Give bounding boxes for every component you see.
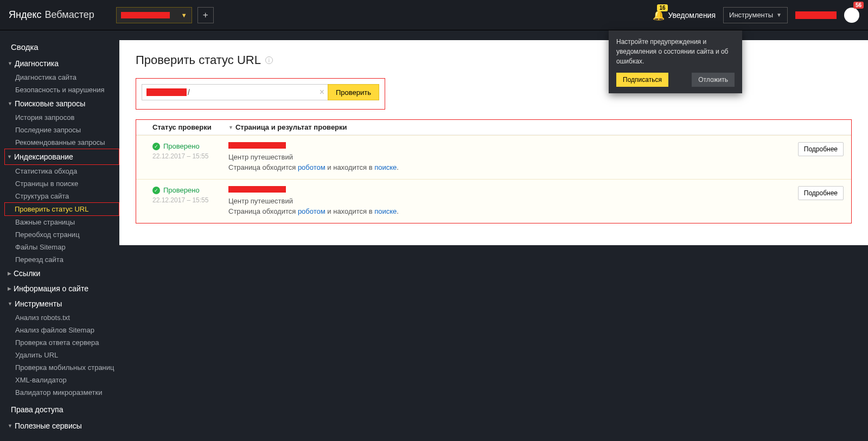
check-button[interactable]: Проверить <box>328 84 379 100</box>
postpone-button[interactable]: Отложить <box>692 73 735 87</box>
nav-crawl-stats[interactable]: Статистика обхода <box>5 165 119 177</box>
notif-badge: 16 <box>657 4 667 11</box>
nav-summary[interactable]: Сводка <box>5 38 119 56</box>
nav-sitemap-files[interactable]: Файлы Sitemap <box>5 241 119 253</box>
nav-sitemap-analysis[interactable]: Анализ файлов Sitemap <box>5 324 119 336</box>
nav-useful-services[interactable]: ▼Полезные сервисы <box>5 418 119 433</box>
result-url-redacted <box>228 142 286 149</box>
check-ok-icon: ✓ <box>152 143 160 150</box>
nav-site-structure[interactable]: Структура сайта <box>5 190 119 202</box>
selected-site-redacted <box>121 12 170 18</box>
nav-access-rights[interactable]: Права доступа <box>5 399 119 418</box>
header: Яндекс Вебмастер ▼ + 🔔 16 Уведомления Ин… <box>0 0 868 30</box>
popup-text: Настройте предупреждения и уведомления о… <box>616 37 735 66</box>
url-check-box: / × Проверить <box>136 78 385 110</box>
nav-site-move[interactable]: Переезд сайта <box>5 253 119 266</box>
results-header: Статус проверки ▼Страница и результат пр… <box>136 120 851 135</box>
site-selector[interactable]: ▼ <box>116 7 192 23</box>
timestamp: 22.12.2017 – 15:55 <box>152 152 228 160</box>
nav-site-info[interactable]: ▶Информация о сайте <box>5 281 119 296</box>
logo-brand: Яндекс <box>9 9 42 21</box>
caret-down-icon: ▼ <box>8 423 12 429</box>
crawl-info: Страница обходится роботом и находится в… <box>228 207 784 215</box>
search-link[interactable]: поиске <box>374 163 397 171</box>
col-page[interactable]: ▼Страница и результат проверки <box>228 123 846 131</box>
status-text: Проверено <box>163 186 200 194</box>
details-button[interactable]: Подробнее <box>798 142 844 156</box>
avatar <box>844 8 859 23</box>
nav-query-history[interactable]: История запросов <box>5 111 119 124</box>
caret-down-icon: ▼ <box>7 154 12 159</box>
subscribe-button[interactable]: Подписаться <box>616 73 668 87</box>
nav-check-url-status[interactable]: Проверить статус URL <box>5 203 116 215</box>
notif-popup: Настройте предупреждения и уведомления о… <box>609 30 742 93</box>
nav-links[interactable]: ▶Ссылки <box>5 266 119 281</box>
nav-indexing[interactable]: ▼Индексирование <box>5 149 116 164</box>
result-row: ✓Проверено 22.12.2017 – 15:55 Центр путе… <box>136 135 851 179</box>
robot-link[interactable]: роботом <box>298 207 326 215</box>
search-link[interactable]: поиске <box>374 207 397 215</box>
info-icon[interactable]: i <box>265 56 273 64</box>
tools-label: Инструменты <box>729 11 773 19</box>
nav-recrawl[interactable]: Переобход страниц <box>5 228 119 241</box>
url-suffix: / <box>188 88 190 97</box>
add-site-button[interactable]: + <box>197 7 214 23</box>
main: Проверить статус URL i / × Проверить Ста… <box>119 30 868 441</box>
result-url-redacted <box>228 186 286 193</box>
nav-delete-url[interactable]: Удалить URL <box>5 349 119 361</box>
nav-xml-validator[interactable]: XML-валидатор <box>5 374 119 386</box>
result-row: ✓Проверено 22.12.2017 – 15:55 Центр путе… <box>136 179 851 223</box>
caret-down-icon: ▼ <box>8 101 12 106</box>
sort-icon: ▼ <box>228 125 233 130</box>
details-button[interactable]: Подробнее <box>798 186 844 200</box>
nav-query-last[interactable]: Последние запросы <box>5 124 119 136</box>
logo-product: Вебмастер <box>45 9 94 21</box>
caret-right-icon: ▶ <box>8 271 11 276</box>
nav-diag-security[interactable]: Безопасность и нарушения <box>5 84 119 96</box>
chevron-down-icon: ▼ <box>776 12 782 18</box>
nav-server-response[interactable]: Проверка ответа сервера <box>5 336 119 349</box>
nav-query-recommended[interactable]: Рекомендованные запросы <box>5 136 119 149</box>
avatar-wrap[interactable]: 56 <box>844 8 859 23</box>
page-description: Центр путешествий <box>228 153 784 161</box>
crawl-info: Страница обходится роботом и находится в… <box>228 163 784 171</box>
nav-tools[interactable]: ▼Инструменты <box>5 296 119 311</box>
nav-search-queries[interactable]: ▼Поисковые запросы <box>5 96 119 111</box>
nav-diag-site[interactable]: Диагностика сайта <box>5 71 119 84</box>
robot-link[interactable]: роботом <box>298 163 326 171</box>
content-panel: Проверить статус URL i / × Проверить Ста… <box>119 40 868 245</box>
col-status: Статус проверки <box>152 123 228 131</box>
chevron-down-icon: ▼ <box>181 12 187 18</box>
nav-pages-in-search[interactable]: Страницы в поиске <box>5 177 119 190</box>
avatar-badge: 56 <box>853 2 864 9</box>
timestamp: 22.12.2017 – 15:55 <box>152 196 228 204</box>
page-description: Центр путешествий <box>228 197 784 205</box>
nav-important-pages[interactable]: Важные страницы <box>5 216 119 228</box>
results-table: Статус проверки ▼Страница и результат пр… <box>136 119 852 223</box>
url-input[interactable]: / × <box>142 84 328 100</box>
notifications[interactable]: 🔔 16 Уведомления <box>653 9 716 21</box>
nav-microdata-validator[interactable]: Валидатор микроразметки <box>5 386 119 399</box>
header-right: 🔔 16 Уведомления Инструменты ▼ 56 <box>653 7 859 23</box>
clear-icon[interactable]: × <box>320 87 324 97</box>
tools-dropdown[interactable]: Инструменты ▼ <box>723 7 788 23</box>
nav-robots-txt[interactable]: Анализ robots.txt <box>5 311 119 324</box>
check-ok-icon: ✓ <box>152 187 160 194</box>
caret-down-icon: ▼ <box>8 301 12 306</box>
status-text: Проверено <box>163 142 200 150</box>
page-title: Проверить статус URL <box>136 53 261 67</box>
nav-diagnostics[interactable]: ▼Диагностика <box>5 56 119 71</box>
sidebar: Сводка ▼Диагностика Диагностика сайта Бе… <box>0 30 119 441</box>
caret-down-icon: ▼ <box>8 61 12 66</box>
url-redacted <box>146 88 187 96</box>
username-redacted[interactable] <box>795 11 837 19</box>
caret-right-icon: ▶ <box>8 286 11 291</box>
nav-mobile-check[interactable]: Проверка мобильных страниц <box>5 361 119 374</box>
logo[interactable]: Яндекс Вебмастер <box>9 9 94 21</box>
notif-label: Уведомления <box>668 11 716 20</box>
